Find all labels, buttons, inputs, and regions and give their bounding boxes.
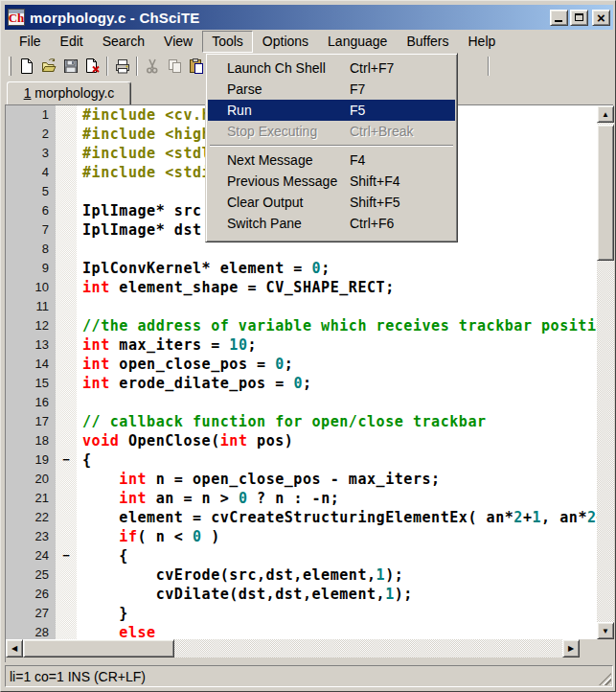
maximize-button[interactable] <box>570 10 588 26</box>
code-line[interactable]: 12//the address of variable which receiv… <box>6 316 597 335</box>
line-number[interactable]: 21 <box>6 489 56 508</box>
menu-edit[interactable]: Edit <box>51 31 93 53</box>
line-number[interactable]: 22 <box>6 508 56 527</box>
line-number[interactable]: 25 <box>6 565 56 585</box>
line-number[interactable]: 19 <box>6 450 56 470</box>
menu-item-switch-pane[interactable]: Switch PaneCtrl+F6 <box>208 213 455 234</box>
code-text[interactable]: int max_iters = 10; <box>77 335 597 355</box>
code-line[interactable]: 17// callback function for open/close tr… <box>6 412 597 431</box>
code-text[interactable]: cvErode(src,dst,element,1); <box>77 565 597 585</box>
menu-item-previous-message[interactable]: Previous MessageShift+F4 <box>208 171 455 192</box>
code-text[interactable]: cvDilate(dst,dst,element,1); <box>77 585 597 604</box>
ch-app-icon[interactable]: Ch <box>8 9 25 26</box>
scroll-left-button[interactable]: ◀ <box>6 639 23 657</box>
open-file-icon[interactable] <box>37 56 59 77</box>
code-text[interactable] <box>77 240 597 259</box>
scroll-right-button[interactable]: ▶ <box>562 639 580 657</box>
code-line[interactable]: 14int open_close_pos = 0; <box>6 355 597 374</box>
code-text[interactable]: void OpenClose(int pos) <box>77 431 597 450</box>
vertical-scrollbar[interactable]: ▲ ▼ <box>597 105 614 639</box>
line-number[interactable]: 3 <box>6 144 56 163</box>
code-line[interactable]: 18void OpenClose(int pos) <box>6 431 597 450</box>
line-number[interactable]: 13 <box>6 335 56 355</box>
line-number[interactable]: 26 <box>6 585 56 604</box>
line-number[interactable]: 27 <box>6 604 56 623</box>
code-line[interactable]: 26 cvDilate(dst,dst,element,1); <box>6 585 597 604</box>
line-number[interactable]: 11 <box>6 297 56 316</box>
menu-item-parse[interactable]: ParseF7 <box>208 79 455 100</box>
menu-search[interactable]: Search <box>93 31 154 53</box>
code-text[interactable]: else <box>77 623 597 639</box>
new-document-icon[interactable] <box>15 56 37 77</box>
line-number[interactable]: 6 <box>6 201 56 220</box>
line-number[interactable]: 5 <box>6 182 56 201</box>
code-line[interactable]: 15int erode_dilate_pos = 0; <box>6 374 597 393</box>
menu-options[interactable]: Options <box>253 31 318 53</box>
line-number[interactable]: 24 <box>6 546 56 565</box>
line-number[interactable]: 17 <box>6 412 56 431</box>
vertical-scroll-track[interactable] <box>597 123 614 622</box>
code-text[interactable] <box>77 393 597 412</box>
code-line[interactable]: 23 if( n < 0 ) <box>6 527 597 546</box>
code-text[interactable]: int open_close_pos = 0; <box>77 355 597 374</box>
code-text[interactable]: { <box>77 450 597 470</box>
line-number[interactable]: 23 <box>6 527 56 546</box>
vertical-scroll-thumb[interactable] <box>597 125 614 261</box>
horizontal-scrollbar[interactable]: ◀ ▶ <box>6 639 597 657</box>
code-text[interactable]: element = cvCreateStructuringElementEx( … <box>77 508 597 527</box>
code-text[interactable]: int element_shape = CV_SHAPE_RECT; <box>77 278 597 297</box>
code-text[interactable] <box>77 297 597 316</box>
menu-file[interactable]: File <box>10 31 51 53</box>
code-text[interactable]: if( n < 0 ) <box>77 527 597 546</box>
save-file-icon[interactable] <box>59 56 81 77</box>
tab-morphology-c[interactable]: 1 morphology.c <box>7 81 131 104</box>
code-text[interactable]: { <box>77 546 597 565</box>
line-number[interactable]: 4 <box>6 163 56 182</box>
line-number[interactable]: 9 <box>6 259 56 278</box>
menu-tools[interactable]: Tools <box>202 31 253 53</box>
fold-marker-icon[interactable]: − <box>56 546 77 565</box>
menu-item-next-message[interactable]: Next MessageF4 <box>208 150 455 171</box>
paste-icon[interactable] <box>185 56 207 77</box>
toolbar-grip[interactable] <box>9 57 11 76</box>
code-line[interactable]: 8 <box>6 240 597 259</box>
code-line[interactable]: 11 <box>6 297 597 316</box>
code-text[interactable]: IplConvKernel* element = 0; <box>77 259 597 278</box>
line-number[interactable]: 15 <box>6 374 56 393</box>
code-line[interactable]: 24− { <box>6 546 597 565</box>
menu-item-launch-ch-shell[interactable]: Launch Ch ShellCtrl+F7 <box>208 58 455 79</box>
code-line[interactable]: 19−{ <box>6 450 597 470</box>
line-number[interactable]: 20 <box>6 470 56 489</box>
resize-grip[interactable] <box>599 673 611 685</box>
line-number[interactable]: 14 <box>6 355 56 374</box>
line-number[interactable]: 18 <box>6 431 56 450</box>
code-line[interactable]: 10int element_shape = CV_SHAPE_RECT; <box>6 278 597 297</box>
code-text[interactable]: int n = open_close_pos - max_iters; <box>77 470 597 489</box>
menu-item-run[interactable]: RunF5 <box>208 100 455 121</box>
line-number[interactable]: 12 <box>6 316 56 335</box>
menu-buffers[interactable]: Buffers <box>397 31 458 53</box>
close-button[interactable]: × <box>592 10 610 26</box>
menu-view[interactable]: View <box>154 31 202 53</box>
line-number[interactable]: 16 <box>6 393 56 412</box>
line-number[interactable]: 28 <box>6 623 56 639</box>
cut-icon[interactable] <box>141 56 163 77</box>
scroll-up-button[interactable]: ▲ <box>597 105 614 123</box>
code-line[interactable]: 21 int an = n > 0 ? n : -n; <box>6 489 597 508</box>
horizontal-scroll-thumb[interactable] <box>23 639 174 657</box>
line-number[interactable]: 10 <box>6 278 56 297</box>
copy-icon[interactable] <box>163 56 185 77</box>
code-line[interactable]: 27 } <box>6 604 597 623</box>
code-text[interactable]: int erode_dilate_pos = 0; <box>77 374 597 393</box>
line-number[interactable]: 1 <box>6 105 56 125</box>
code-line[interactable]: 28 else <box>6 623 597 639</box>
menu-language[interactable]: Language <box>318 31 397 53</box>
line-number[interactable]: 8 <box>6 240 56 259</box>
code-line[interactable]: 16 <box>6 393 597 412</box>
code-text[interactable]: } <box>77 604 597 623</box>
code-line[interactable]: 13int max_iters = 10; <box>6 335 597 355</box>
print-icon[interactable] <box>111 56 133 77</box>
scroll-down-button[interactable]: ▼ <box>597 622 614 639</box>
close-file-icon[interactable] <box>81 56 103 77</box>
code-text[interactable]: // callback function for open/close trac… <box>77 412 597 431</box>
